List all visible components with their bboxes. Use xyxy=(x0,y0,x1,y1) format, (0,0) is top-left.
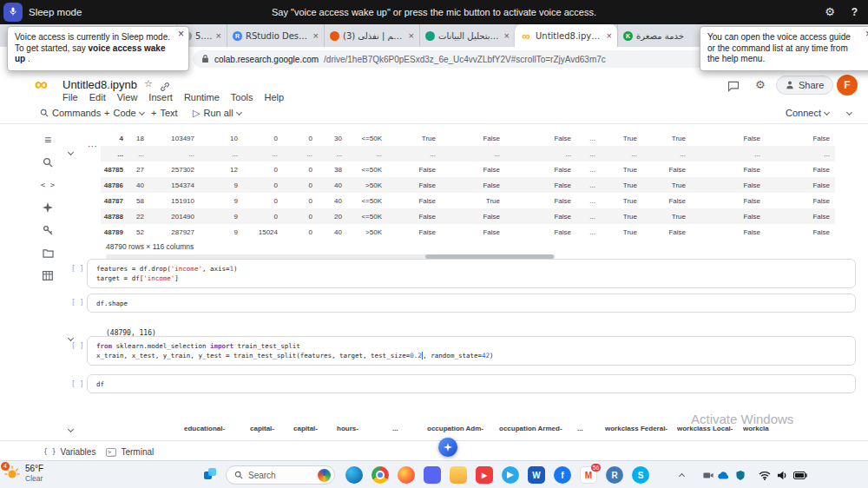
youtube-icon[interactable]: ▶ xyxy=(476,466,493,484)
tab-close-icon[interactable]: × xyxy=(313,30,319,41)
dataframe-cell: 40 xyxy=(318,181,347,189)
code-cell[interactable]: df.shape xyxy=(87,293,856,313)
notebook-title[interactable]: Untitled8.ipynb xyxy=(62,78,137,91)
browser-tab[interactable]: RRStudio Desktop - Pos× xyxy=(227,24,324,47)
task-view-icon[interactable] xyxy=(203,467,217,484)
cell-run-prompt[interactable]: [ ] xyxy=(71,342,83,350)
dataframe-column-header: educational- xyxy=(184,425,225,432)
taskbar-search[interactable]: Search xyxy=(226,465,335,485)
dataframe-row: 418103497100030<=50KTrueFalseFalse...Tru… xyxy=(101,130,835,146)
add-code-button[interactable]: + Code xyxy=(104,102,144,123)
shield-icon[interactable] xyxy=(736,461,745,488)
collapse-header-button[interactable] xyxy=(847,102,852,123)
browser-tab[interactable]: ساقوم بتحليل البيانات× xyxy=(419,24,515,47)
menu-edit[interactable]: Edit xyxy=(89,92,106,102)
tab-close-icon[interactable]: × xyxy=(607,30,612,41)
file-explorer-icon[interactable] xyxy=(450,466,467,484)
menu-file[interactable]: File xyxy=(62,92,78,102)
tab-close-icon[interactable]: × xyxy=(216,30,221,41)
code-cell[interactable]: from sklearn.model_selection import trai… xyxy=(87,336,856,366)
weather-widget[interactable]: 4 56°F Clear xyxy=(3,464,43,483)
dataframe-cell: False xyxy=(766,197,835,205)
voice-mic-button[interactable] xyxy=(3,3,23,22)
dataframe-cell: 20 xyxy=(318,213,347,221)
tab-close-icon[interactable]: × xyxy=(409,30,414,41)
word-icon[interactable]: W xyxy=(528,466,545,484)
find-replace-icon[interactable] xyxy=(38,153,57,172)
dataframe-cell: 0 xyxy=(283,197,318,205)
run-all-button[interactable]: ▷ Run all xyxy=(193,102,241,123)
secrets-key-icon[interactable] xyxy=(38,221,57,240)
output-options-icon[interactable]: ⋯ xyxy=(88,141,98,152)
menu-view[interactable]: View xyxy=(117,92,138,102)
activate-windows-watermark: Activate Windows xyxy=(691,412,793,426)
code-cell[interactable]: features = df.drop('income', axis=1)targ… xyxy=(87,259,856,288)
skype-icon[interactable]: S xyxy=(632,466,649,484)
cell-run-prompt[interactable]: [ ] xyxy=(71,265,83,273)
dataframe-cell: ... xyxy=(642,150,691,158)
gemini-sparkle-icon[interactable] xyxy=(38,198,57,217)
star-notebook-icon[interactable]: ☆ xyxy=(144,78,153,89)
rstudio-icon[interactable]: R xyxy=(606,466,623,484)
tray-chevron-up-icon[interactable] xyxy=(680,461,684,488)
menu-tools[interactable]: Tools xyxy=(231,92,253,102)
add-text-button[interactable]: + Text xyxy=(151,102,178,123)
tab-favicon-icon xyxy=(330,31,339,41)
cell-run-prompt[interactable]: [ ] xyxy=(71,299,83,307)
camera-icon[interactable] xyxy=(703,461,713,488)
dataframe-cell: False xyxy=(441,213,505,221)
voice-access-floating-button[interactable] xyxy=(438,438,457,457)
table-of-contents-icon[interactable]: ≡ xyxy=(38,130,57,149)
dataframe-cell: 0 xyxy=(243,213,283,221)
close-icon[interactable]: × xyxy=(178,29,184,40)
chevron-down-icon xyxy=(824,109,830,115)
voice-help-icon[interactable]: ? xyxy=(852,0,858,24)
battery-icon[interactable] xyxy=(793,461,807,488)
discord-icon[interactable] xyxy=(424,466,441,484)
dataframe-cell: False xyxy=(766,213,835,221)
commands-button[interactable]: Commands xyxy=(40,102,101,123)
browser-tab[interactable]: لوحة التحكم | نفذلي (3)× xyxy=(324,24,419,47)
code-snippets-icon[interactable]: < > xyxy=(38,175,57,195)
files-folder-icon[interactable] xyxy=(38,243,57,262)
dataframe-cell: ... xyxy=(149,150,200,158)
share-button[interactable]: Share xyxy=(776,76,833,95)
menu-insert[interactable]: Insert xyxy=(148,92,173,102)
voice-mode-label: Sleep mode xyxy=(29,0,82,24)
dataframe-cell: >50K xyxy=(347,228,387,236)
dataframe-cell: 0 xyxy=(243,166,283,174)
dataframe-cell: False xyxy=(642,166,691,174)
edge-icon[interactable] xyxy=(345,466,363,484)
taskbar-apps: ▶WfM56RS xyxy=(345,466,649,484)
menu-runtime[interactable]: Runtime xyxy=(184,92,220,102)
colab-app: ∞ Untitled8.ipynb ☆ File Edit View Inser… xyxy=(0,71,868,441)
volume-icon[interactable] xyxy=(777,461,788,488)
firefox-icon[interactable] xyxy=(398,466,415,484)
browser-tab[interactable]: ∞Untitled8.ipynb - Colab× xyxy=(515,24,617,47)
dataframe-column-header: ... xyxy=(577,425,583,432)
onedrive-icon[interactable] xyxy=(717,461,729,488)
comment-icon[interactable] xyxy=(727,80,740,96)
telegram-icon[interactable] xyxy=(502,466,519,484)
voice-access-tooltip-right: You can open the voice access guide or t… xyxy=(700,26,868,71)
tooltip-text: . xyxy=(25,54,30,63)
menu-help[interactable]: Help xyxy=(265,92,285,102)
dataframe-cell: False xyxy=(505,166,576,174)
dataframe-column-header: workclass Federal- xyxy=(605,425,667,432)
row-index: 48788 xyxy=(101,213,123,221)
dataframe-cell: 0 xyxy=(283,213,318,221)
voice-settings-gear-icon[interactable]: ⚙ xyxy=(825,0,835,24)
user-avatar[interactable]: F xyxy=(837,75,858,96)
dataframe-cell: 201490 xyxy=(149,213,200,221)
wifi-icon[interactable] xyxy=(759,461,771,488)
collapse-output-chevron-icon[interactable] xyxy=(69,142,73,158)
code-cell[interactable]: df xyxy=(87,374,856,393)
data-table-icon[interactable] xyxy=(38,266,57,285)
gmail-icon[interactable]: M56 xyxy=(580,466,597,484)
cell-run-prompt[interactable]: [ ] xyxy=(71,380,83,388)
chrome-icon[interactable] xyxy=(372,466,389,484)
facebook-icon[interactable]: f xyxy=(554,466,571,484)
tab-close-icon[interactable]: × xyxy=(504,30,510,41)
settings-gear-icon[interactable]: ⚙ xyxy=(755,78,766,91)
connect-button[interactable]: Connect xyxy=(786,102,829,123)
